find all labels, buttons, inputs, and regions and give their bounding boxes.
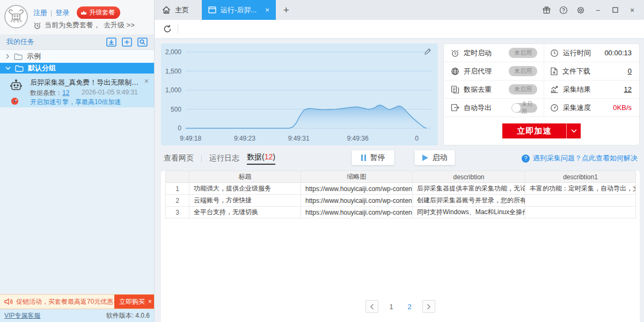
svg-text:9:49:18: 9:49:18 [180,135,201,142]
file-download-value[interactable]: 0 [628,67,632,75]
import-task-icon[interactable] [106,37,116,47]
start-button[interactable]: 启动 [414,150,455,165]
description-cell[interactable]: 后羿采集器提供丰富的采集功能，无论是采... [413,183,525,195]
sidebar: 注册 | 登录 升级套餐 当前为免费套餐，去升级 >> 我的任务 [0,0,155,322]
description-cell[interactable]: 同时支持Windows、Mac和Linux全操作系统... [413,207,525,218]
task-list-item[interactable]: 后羿采集器_真免费！导出无限制网络爬虫... × 数据条数：12 2026-01… [0,74,154,107]
gift-icon[interactable] [542,6,551,14]
speedometer-icon [11,97,19,105]
gauge-icon [550,104,559,112]
close-promo-icon[interactable]: × [148,298,152,305]
sidebar-item-default-group[interactable]: 默认分组 [0,63,154,74]
description1-cell[interactable]: 丰富的功能：定时采集，自动导出，文件下... [525,183,636,195]
thumbnail-cell[interactable]: https://www.houyicaiji.com/wp-content/th… [301,195,413,207]
stat-row-collect-results: 采集结果 12 [544,80,639,99]
app-window: 注册 | 登录 升级套餐 当前为免费套餐，去升级 >> 我的任务 [0,0,644,322]
pagination: 1 2 [365,300,435,313]
question-icon: ? [522,155,530,163]
data-table: 标题 缩略图 describtion describtion1 1功能强大，提供… [165,171,636,218]
svg-text:0: 0 [415,135,419,142]
sidebar-item-examples[interactable]: 示例 [0,50,154,63]
login-link[interactable]: 登录 [55,8,69,18]
description1-cell[interactable] [525,207,636,218]
new-tab-button[interactable]: + [276,0,297,20]
page-1-button[interactable]: 1 [386,303,397,311]
tab-view-page[interactable]: 查看网页 [164,153,194,163]
minimize-icon[interactable]: − [594,6,602,14]
close-task-icon[interactable]: × [144,77,149,85]
upgrade-plan-badge[interactable]: 升级套餐 [77,6,120,19]
title-cell[interactable]: 功能强大，提供企业级服务 [189,183,301,195]
chevron-down-icon[interactable] [566,123,581,138]
setting-row-auto-export[interactable]: 自动导出 未启用 [444,99,544,117]
row-index-cell[interactable]: 3 [166,207,189,218]
task-timestamp: 2026-01-05 9:49:31 [82,89,138,96]
accelerate-now-button[interactable]: 立即加速 [502,123,581,138]
file-download-icon [550,67,558,76]
login-separator: | [50,9,52,17]
header-thumbnail: 缩略图 [301,171,413,183]
collect-results-value[interactable]: 12 [624,85,632,93]
setting-row-proxy[interactable]: 开启代理 未启用 [444,62,544,80]
setting-row-timed-start[interactable]: 定时启动 未启用 [444,44,544,62]
vip-support-link[interactable]: VIP专属客服 [4,311,40,320]
table-row[interactable]: 2云端账号，方便快捷https://www.houyicaiji.com/wp-… [166,195,636,207]
megaphone-icon [4,298,13,305]
svg-text:1,000: 1,000 [165,86,181,94]
page-2-button[interactable]: 2 [404,303,415,311]
table-row[interactable]: 3全平台支持，无缝切换https://www.houyicaiji.com/wp… [166,207,636,218]
edit-pencil-icon[interactable] [424,48,431,55]
proxy-label: 开启代理 [464,67,492,76]
timed-start-state-pill[interactable]: 未启用 [509,48,537,58]
prev-page-button[interactable] [365,300,378,313]
tree-label: 默认分组 [28,63,56,73]
task-title: 后羿采集器_真免费！导出无限制网络爬虫... [30,78,141,87]
proxy-state-pill[interactable]: 未启用 [509,66,537,76]
collect-speed-value: 0KB/s [613,104,632,112]
help-icon[interactable] [559,6,568,14]
close-window-icon[interactable]: × [628,6,636,14]
auto-export-toggle[interactable]: 未启用 [511,103,537,113]
folder-icon [14,53,23,60]
tab-running-task[interactable]: 运行-后羿... × [202,0,276,20]
title-cell[interactable]: 云端账号，方便快捷 [189,195,301,207]
next-page-button[interactable] [422,300,435,313]
enable-acceleration-link[interactable]: 开启加速引擎，享最高10倍加速 [30,98,121,107]
search-task-icon[interactable] [137,37,148,47]
row-index-cell[interactable]: 2 [166,195,189,207]
alarm-clock-icon [33,21,41,30]
settings-gear-icon[interactable] [576,6,585,14]
description-cell[interactable]: 创建后羿采集器账号并登录，您的所有采集... [413,195,525,207]
collection-help-link[interactable]: ? 遇到采集问题？点此查看如何解决 [522,153,638,163]
data-count-label: 数据条数： [30,89,62,97]
maximize-icon[interactable] [611,6,619,14]
data-count-link[interactable]: 12 [62,89,69,97]
tab-data[interactable]: 数据(12) [247,152,275,165]
thumbnail-cell[interactable]: https://www.houyicaiji.com/wp-content/th… [301,183,413,195]
description1-cell[interactable] [525,195,636,207]
folder-icon [15,65,24,72]
register-link[interactable]: 注册 [33,8,47,18]
alarm-clock-icon [451,49,459,57]
thumbnail-cell[interactable]: https://www.houyicaiji.com/wp-content/th… [301,207,413,218]
pause-button[interactable]: 暂停 [352,150,394,165]
add-task-icon[interactable] [121,37,132,47]
sidebar-footer: VIP专属客服 软件版本: 4.0.6 [0,309,154,322]
my-tasks-title: 我的任务 [6,37,34,47]
tab-home[interactable]: 主页 [155,0,202,20]
window-icon [208,6,216,13]
timed-start-label: 定时启动 [464,48,492,58]
row-index-cell[interactable]: 1 [166,183,189,195]
close-tab-icon[interactable]: × [265,6,269,14]
toolbar-divider [178,24,178,34]
plan-upgrade-link[interactable]: 去升级 >> [104,20,135,30]
title-cell[interactable]: 全平台支持，无缝切换 [189,207,301,218]
tab-run-log[interactable]: 运行日志 [209,153,239,163]
dedup-state-pill[interactable]: 未启用 [509,84,537,94]
tab-bar: 主页 运行-后羿... × + − [155,0,644,20]
table-row[interactable]: 1功能强大，提供企业级服务https://www.houyicaiji.com/… [166,183,636,195]
svg-text:9:49:36: 9:49:36 [347,135,369,142]
run-time-label: 运行时间 [563,48,591,58]
refresh-icon[interactable] [163,24,172,34]
setting-row-dedup[interactable]: 数据去重 未启用 [444,80,544,99]
